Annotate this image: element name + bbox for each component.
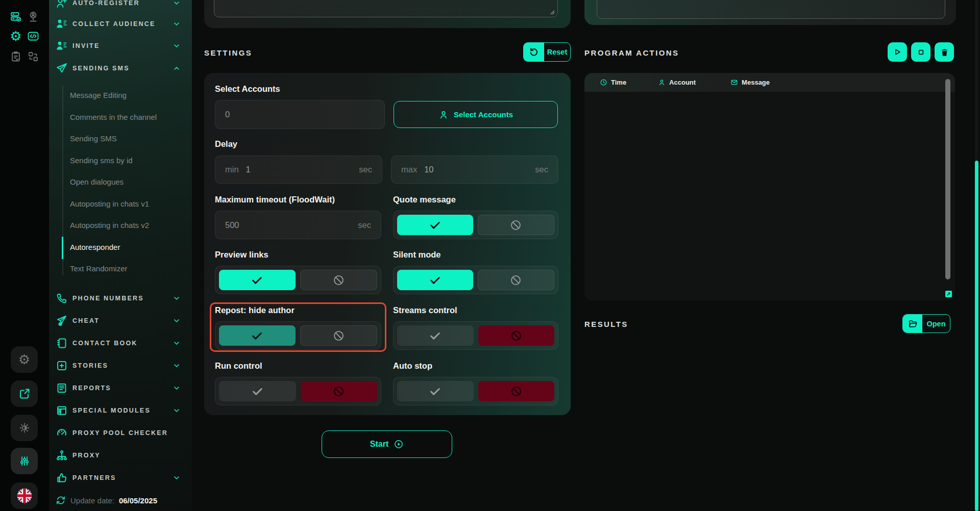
check-icon bbox=[250, 273, 264, 287]
chevron-down-icon bbox=[173, 317, 181, 325]
delay-label: Delay bbox=[215, 139, 237, 149]
submenu-text-randomizer[interactable]: Text Randomizer bbox=[70, 258, 128, 279]
sidebar-item-partners[interactable]: PARTNERS bbox=[49, 467, 192, 489]
submenu-autoresponder[interactable]: Autoresponder bbox=[70, 237, 120, 258]
program-actions-table: Time Account Message bbox=[584, 73, 955, 301]
modules-icon bbox=[56, 404, 68, 417]
toggle-off-option[interactable] bbox=[300, 325, 378, 346]
chevron-down-icon bbox=[173, 294, 181, 302]
theme-toggle-button[interactable] bbox=[11, 415, 38, 441]
check-icon bbox=[428, 218, 442, 232]
update-date-value: 06/05/2025 bbox=[119, 496, 157, 505]
icon-rail: ⚙ ⚙ bbox=[0, 0, 49, 511]
sidebar-item-reports[interactable]: REPORTS bbox=[49, 377, 192, 399]
table-scrollbar-thumb[interactable] bbox=[945, 79, 950, 279]
delay-min-input[interactable]: min 1 sec bbox=[215, 156, 382, 184]
card-above-program-actions bbox=[584, 0, 956, 25]
toggle-on-option[interactable] bbox=[219, 381, 296, 401]
sidebar-item-auto-register[interactable]: AUTO-REGISTER bbox=[49, 0, 192, 14]
swap-icon[interactable] bbox=[24, 48, 42, 65]
card-above-settings bbox=[204, 0, 571, 28]
select-accounts-button[interactable]: Select Accounts bbox=[394, 101, 558, 128]
reset-button[interactable]: Reset bbox=[523, 42, 571, 62]
toggle-off-option[interactable] bbox=[478, 381, 555, 401]
sidebar-item-sending-sms[interactable]: SENDING SMS bbox=[49, 57, 192, 80]
toggle-off-option[interactable] bbox=[478, 215, 555, 235]
secondary-textarea[interactable] bbox=[597, 0, 945, 19]
account-scope-icon[interactable] bbox=[24, 8, 42, 25]
sidebar-item-contact-book[interactable]: CONTACT BOOK bbox=[49, 332, 192, 354]
sidebar-item-collect-audience[interactable]: COLLECT AUDIENCE bbox=[49, 13, 192, 35]
sidebar-item-proxy-pool-checker[interactable]: PROXY POOL CHECKER bbox=[49, 422, 192, 444]
brightness-icon bbox=[18, 422, 31, 434]
check-icon bbox=[428, 385, 442, 398]
toggle-on-option[interactable] bbox=[219, 325, 296, 346]
toggle-off-option[interactable] bbox=[478, 325, 555, 346]
slash-circle-icon bbox=[332, 273, 346, 287]
silent-mode-label: Silent mode bbox=[393, 250, 441, 260]
sidebar-item-cheat[interactable]: CHEAT bbox=[49, 310, 192, 332]
sidebar-item-invite[interactable]: INVITE bbox=[49, 35, 192, 57]
timeout-label: Maximum timeout (FloodWait) bbox=[215, 195, 335, 205]
run-actions-button[interactable] bbox=[888, 42, 907, 62]
toggle-off-option[interactable] bbox=[301, 381, 378, 401]
open-results-button[interactable]: Open bbox=[902, 314, 950, 333]
timeout-input[interactable]: 500 sec bbox=[215, 211, 381, 239]
stop-actions-button[interactable] bbox=[911, 42, 930, 62]
submenu-comments-in-channel[interactable]: Comments in the channel bbox=[70, 107, 157, 128]
submenu-message-editing[interactable]: Message Editing bbox=[70, 85, 127, 106]
submenu-autoposting-v2[interactable]: Autoposting in chats v2 bbox=[70, 215, 149, 236]
refresh-icon[interactable] bbox=[56, 495, 66, 505]
table-resize-grip[interactable] bbox=[945, 291, 952, 297]
repost-hide-author-toggle bbox=[215, 321, 381, 350]
sidebar-item-special-modules[interactable]: SPECIAL MODULES bbox=[49, 399, 192, 422]
clipboard-check-icon[interactable] bbox=[7, 48, 24, 65]
folder-icon bbox=[903, 315, 922, 333]
gear-automation-icon[interactable]: ⚙ bbox=[7, 28, 24, 45]
submenu-open-dialogues[interactable]: Open dialogues bbox=[70, 171, 124, 193]
quote-message-label: Quote message bbox=[393, 195, 456, 205]
sidebar-item-stories[interactable]: STORIES bbox=[49, 354, 192, 377]
sidebar-nav: AUTO-REGISTER COLLECT AUDIENCE INVITE bbox=[49, 0, 192, 511]
preview-links-toggle bbox=[215, 266, 381, 294]
stop-icon bbox=[917, 48, 925, 57]
submenu-sending-sms[interactable]: Sending SMS bbox=[70, 128, 117, 149]
page-scrollbar-thumb[interactable] bbox=[975, 161, 978, 511]
accounts-count-input[interactable]: 0 bbox=[215, 100, 385, 129]
toggle-off-option[interactable] bbox=[478, 270, 555, 290]
message-textarea[interactable] bbox=[214, 0, 558, 17]
servers-check-icon[interactable] bbox=[7, 8, 24, 25]
toggle-on-option[interactable] bbox=[397, 325, 474, 346]
delay-max-input[interactable]: max 10 sec bbox=[391, 156, 558, 184]
sliders-button[interactable] bbox=[11, 448, 38, 474]
clear-actions-button[interactable] bbox=[935, 42, 954, 62]
paper-plane-icon bbox=[56, 62, 68, 74]
submenu-sending-sms-by-id[interactable]: Sending sms by id bbox=[70, 150, 133, 171]
settings-rail-button[interactable]: ⚙ bbox=[11, 346, 38, 373]
gear-icon: ⚙ bbox=[18, 353, 30, 366]
textarea-resize-grip[interactable] bbox=[549, 9, 555, 15]
toggle-on-option[interactable] bbox=[397, 270, 473, 290]
update-date-label: Update date: bbox=[70, 496, 114, 505]
chevron-down-icon bbox=[173, 339, 181, 347]
chevron-up-icon bbox=[173, 64, 181, 72]
toggle-on-option[interactable] bbox=[397, 215, 473, 235]
sidebar-item-phone-numbers[interactable]: PHONE NUMBERS bbox=[49, 287, 192, 310]
plus-square-icon bbox=[56, 360, 68, 372]
sliders-icon bbox=[18, 455, 31, 467]
external-link-button[interactable] bbox=[11, 380, 38, 407]
contact-book-icon bbox=[56, 337, 68, 349]
toggle-off-option[interactable] bbox=[300, 270, 378, 290]
toggle-on-option[interactable] bbox=[219, 270, 296, 290]
slash-circle-icon bbox=[509, 329, 523, 343]
chevron-down-icon bbox=[173, 42, 181, 50]
settings-title: SETTINGS bbox=[204, 48, 252, 57]
start-button[interactable]: Start bbox=[322, 430, 452, 458]
slash-circle-icon bbox=[332, 329, 346, 343]
column-header-account: Account bbox=[658, 79, 696, 86]
submenu-autoposting-v1[interactable]: Autoposting in chats v1 bbox=[70, 193, 149, 215]
sidebar-item-proxy[interactable]: PROXY bbox=[49, 444, 192, 467]
code-window-icon[interactable] bbox=[24, 28, 42, 45]
toggle-on-option[interactable] bbox=[397, 381, 474, 401]
language-button[interactable] bbox=[11, 482, 38, 509]
